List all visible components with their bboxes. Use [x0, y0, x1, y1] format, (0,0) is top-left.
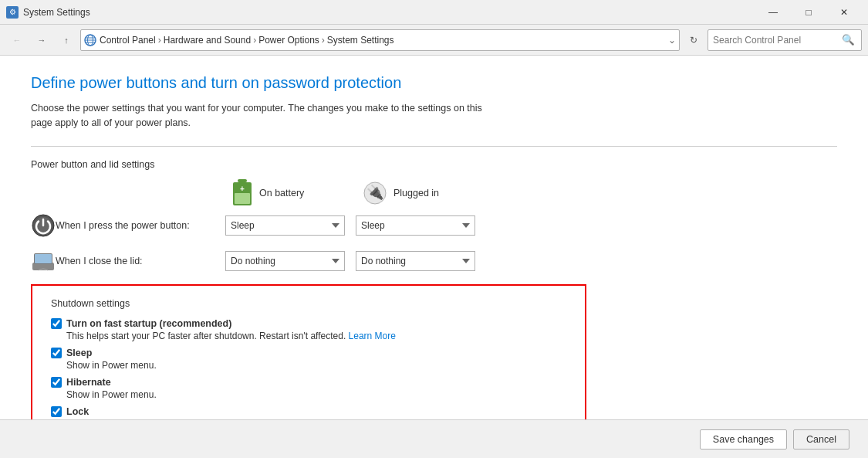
shutdown-item-lock: Lock Show in account picture menu. — [51, 406, 566, 420]
forward-button[interactable]: → — [31, 29, 52, 51]
lid-row: When I close the lid: Do nothing Sleep H… — [31, 249, 494, 273]
lid-plugged-in-dropdown[interactable]: Do nothing Sleep Hibernate Shut down Tur… — [356, 251, 475, 271]
lid-on-battery-dropdown[interactable]: Do nothing Sleep Hibernate Shut down Tur… — [225, 251, 345, 271]
main-content: Define power buttons and turn on passwor… — [0, 56, 868, 419]
sleep-checkbox[interactable] — [51, 348, 62, 358]
lid-icon — [31, 249, 56, 273]
page-title: Define power buttons and turn on passwor… — [31, 74, 837, 92]
breadcrumb-control-panel[interactable]: Control Panel — [100, 35, 156, 46]
svg-text:🔌: 🔌 — [366, 184, 384, 201]
window-title: System Settings — [23, 7, 755, 18]
refresh-button[interactable]: ↻ — [683, 29, 704, 51]
search-button[interactable]: 🔍 — [840, 31, 856, 49]
search-input[interactable] — [713, 35, 840, 46]
close-button[interactable]: ✕ — [826, 0, 862, 25]
plug-icon: 🔌 — [363, 181, 387, 205]
divider-top — [31, 146, 837, 147]
power-button-on-battery-dropdown[interactable]: Sleep Hibernate Shut down Turn off the d… — [225, 215, 345, 236]
section-label: Power button and lid settings — [31, 159, 837, 170]
power-table: + On battery 🔌 Plugged in — [31, 179, 494, 273]
globe-icon — [84, 34, 96, 46]
sleep-label: Sleep — [66, 348, 92, 358]
fast-startup-label: Turn on fast startup (recommended) — [66, 318, 231, 329]
address-chevron-icon[interactable]: ⌄ — [668, 35, 676, 46]
fast-startup-desc: This helps start your PC faster after sh… — [66, 331, 566, 341]
breadcrumb-power[interactable]: Power Options — [258, 35, 319, 46]
hibernate-desc: Show in Power menu. — [66, 389, 566, 400]
svg-text:+: + — [240, 185, 245, 193]
hibernate-checkbox[interactable] — [51, 377, 62, 388]
power-button-icon — [31, 213, 56, 238]
navigation-bar: ← → ↑ Control Panel › Hardware and Sound… — [0, 25, 868, 56]
save-changes-button[interactable]: Save changes — [700, 429, 787, 450]
address-bar: Control Panel › Hardware and Sound › Pow… — [80, 29, 680, 51]
window-controls: — □ ✕ — [755, 0, 862, 25]
power-button-label: When I press the power button: — [56, 220, 225, 231]
svg-rect-7 — [235, 193, 250, 204]
lock-label: Lock — [66, 406, 89, 417]
on-battery-label: On battery — [259, 188, 304, 198]
minimize-button[interactable]: — — [755, 0, 791, 25]
sleep-desc: Show in Power menu. — [66, 360, 566, 371]
maximize-button[interactable]: □ — [791, 0, 826, 25]
fast-startup-checkbox[interactable] — [51, 318, 62, 329]
footer: Save changes Cancel — [0, 419, 868, 458]
app-icon: ⚙ — [6, 6, 19, 19]
plugged-in-header: 🔌 Plugged in — [363, 181, 494, 205]
shutdown-section-title: Shutdown settings — [51, 298, 566, 309]
back-button[interactable]: ← — [6, 29, 28, 51]
up-button[interactable]: ↑ — [56, 29, 77, 51]
title-bar: ⚙ System Settings — □ ✕ — [0, 0, 868, 25]
breadcrumb-system-settings: System Settings — [327, 35, 394, 46]
shutdown-item-hibernate: Hibernate Show in Power menu. — [51, 377, 566, 400]
shutdown-item-sleep: Sleep Show in Power menu. — [51, 348, 566, 371]
power-button-plugged-in-dropdown[interactable]: Sleep Hibernate Shut down Turn off the d… — [356, 215, 475, 236]
page-description: Choose the power settings that you want … — [31, 101, 494, 131]
learn-more-link[interactable]: Learn More — [349, 331, 396, 341]
cancel-button[interactable]: Cancel — [793, 429, 849, 450]
breadcrumb-hardware[interactable]: Hardware and Sound — [164, 35, 251, 46]
search-box: 🔍 — [708, 29, 862, 51]
plugged-in-label: Plugged in — [393, 188, 439, 198]
on-battery-header: + On battery — [231, 179, 363, 207]
hibernate-label: Hibernate — [66, 377, 111, 388]
lock-checkbox[interactable] — [51, 406, 62, 417]
power-button-row: When I press the power button: Sleep Hib… — [31, 213, 494, 238]
power-table-header: + On battery 🔌 Plugged in — [31, 179, 494, 207]
shutdown-item-fast-startup: Turn on fast startup (recommended) This … — [51, 318, 566, 341]
svg-rect-15 — [35, 254, 52, 263]
shutdown-settings-box: Shutdown settings Turn on fast startup (… — [31, 284, 586, 420]
battery-icon: + — [231, 179, 253, 207]
lid-label: When I close the lid: — [56, 256, 225, 266]
svg-rect-5 — [238, 179, 247, 182]
